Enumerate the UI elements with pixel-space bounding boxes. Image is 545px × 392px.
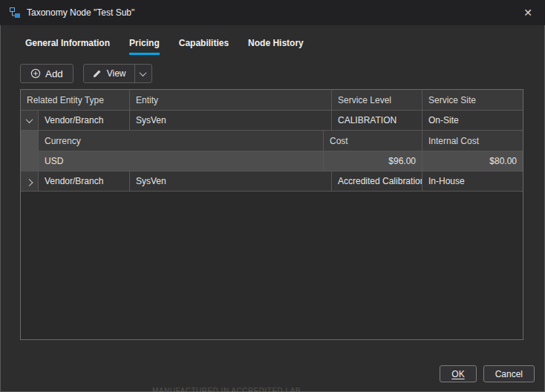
sub-grid-header-row: Currency Cost Internal Cost <box>39 131 523 151</box>
grid-header-row: Related Entity Type Entity Service Level… <box>21 90 523 111</box>
column-header-service-level[interactable]: Service Level <box>332 90 422 110</box>
background-clipped-text: MANUFACTURED IN ACCREDITED LAB <box>152 387 301 392</box>
cell-service-site: On-Site <box>422 111 523 130</box>
dialog-taxonomy-node: { "window": { "title": "Taxonomy Node \"… <box>0 0 545 392</box>
tab-capabilities[interactable]: Capabilities <box>179 38 229 55</box>
column-header-cost[interactable]: Cost <box>324 131 422 151</box>
cancel-button-label: Cancel <box>495 369 523 379</box>
table-row-selected[interactable]: USD $96.00 $80.00 <box>39 151 523 172</box>
view-dropdown-button[interactable] <box>135 65 151 82</box>
tab-pricing[interactable]: Pricing <box>129 38 160 55</box>
column-header-internal-cost[interactable]: Internal Cost <box>422 131 523 151</box>
table-row-expanded[interactable]: Vendor/Branch SysVen CALIBRATION On-Site <box>21 111 523 131</box>
view-button[interactable]: View <box>84 65 134 82</box>
cell-internal-cost: $80.00 <box>422 151 523 171</box>
chevron-down-icon <box>26 116 33 123</box>
cell-currency: USD <box>39 151 324 171</box>
cell-entity: SysVen <box>130 172 332 191</box>
cancel-button[interactable]: Cancel <box>483 365 535 382</box>
toolbar: Add View <box>20 64 545 83</box>
titlebar: Taxonomy Node "Test Sub" ✕ <box>0 0 545 25</box>
table-row-collapsed[interactable]: Vendor/Branch SysVen Accredited Calibrat… <box>21 172 523 192</box>
tab-general-information[interactable]: General Information <box>25 38 110 55</box>
view-button-label: View <box>107 68 126 79</box>
column-header-related-entity-type[interactable]: Related Entity Type <box>21 95 110 105</box>
nested-pricing-detail: Currency Cost Internal Cost USD $96.00 $… <box>21 131 523 172</box>
expand-row-button[interactable] <box>21 172 39 191</box>
cell-entity: SysVen <box>130 111 332 130</box>
add-button[interactable]: Add <box>20 64 74 83</box>
row-indent-gutter <box>21 131 39 172</box>
tab-bar: General Information Pricing Capabilities… <box>25 38 545 55</box>
window-title: Taxonomy Node "Test Sub" <box>27 7 134 18</box>
tab-node-history[interactable]: Node History <box>248 38 304 55</box>
cell-service-level: CALIBRATION <box>332 111 422 130</box>
add-button-label: Add <box>45 68 63 79</box>
pencil-icon <box>92 69 102 79</box>
collapse-row-button[interactable] <box>21 111 39 130</box>
grid-empty-area <box>21 192 523 339</box>
chevron-down-icon <box>140 69 147 76</box>
cell-cost: $96.00 <box>324 151 422 171</box>
close-icon[interactable]: ✕ <box>520 4 536 21</box>
column-header-service-site[interactable]: Service Site <box>422 90 523 110</box>
pricing-grid: Related Entity Type Entity Service Level… <box>20 89 523 340</box>
ok-button-label: OK <box>451 369 464 379</box>
add-circle-plus-icon <box>30 68 41 79</box>
cell-related-entity-type: Vendor/Branch <box>39 176 109 186</box>
column-header-entity[interactable]: Entity <box>130 90 332 110</box>
cell-service-site: In-House <box>422 172 523 191</box>
column-header-currency[interactable]: Currency <box>39 131 324 151</box>
cell-service-level: Accredited Calibration <box>332 172 422 191</box>
ok-button[interactable]: OK <box>440 365 476 382</box>
taxonomy-node-icon <box>9 7 21 19</box>
chevron-right-icon <box>26 178 33 186</box>
cell-related-entity-type: Vendor/Branch <box>39 115 109 125</box>
dialog-footer: OK Cancel <box>440 365 535 382</box>
view-split-button: View <box>83 64 152 83</box>
